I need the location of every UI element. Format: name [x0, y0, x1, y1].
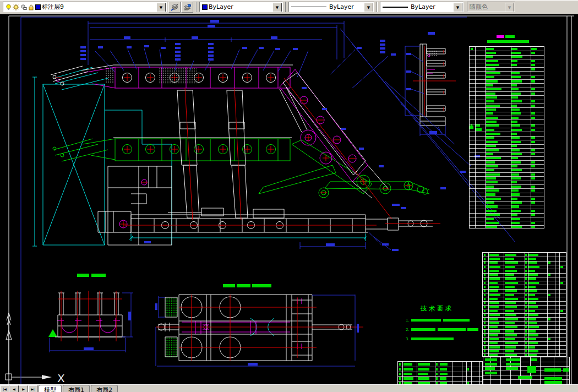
bom-cell-text	[486, 202, 495, 204]
bom-cell-text	[486, 92, 495, 95]
bom-cell-text	[489, 262, 498, 264]
bom-cell-text	[531, 68, 535, 70]
tech-requirement-text	[411, 337, 454, 340]
lineweight-combo-arrow-icon[interactable]: ▼	[453, 3, 462, 12]
bom-cell-text	[511, 153, 521, 155]
bom-cell-text	[484, 346, 486, 349]
bom-table-right	[482, 252, 566, 357]
bom-cell-text	[560, 282, 564, 284]
bom-cell-text	[467, 368, 469, 371]
bom-cell-text	[486, 210, 497, 212]
model-space-canvas[interactable]: X	[0, 0, 578, 392]
tab-nav-button-0[interactable]: |◀	[0, 385, 9, 392]
drawing-label-text	[470, 126, 473, 129]
green-hatch-block	[165, 297, 177, 317]
title-block-text	[527, 366, 536, 373]
bom-cell-text	[511, 193, 520, 195]
title-block-text	[485, 372, 497, 374]
layers-icon	[170, 3, 179, 11]
bom-cell-text	[525, 330, 527, 332]
bom-cell-text	[489, 282, 498, 284]
bom-cell-text	[486, 80, 498, 82]
bom-cell-text	[486, 181, 498, 183]
bom-cell-text	[489, 330, 500, 332]
tab-布局2[interactable]: 布局2	[91, 385, 118, 392]
bom-cell-text	[418, 363, 430, 366]
bom-cell-text	[528, 258, 536, 260]
bom-cell-text	[484, 318, 486, 320]
bom-cell-text	[486, 129, 495, 131]
bom-cell-text	[525, 298, 527, 300]
bom-cell-text	[489, 306, 499, 308]
tab-nav-button-1[interactable]: ◀	[9, 385, 19, 392]
layers-dialog-button[interactable]	[168, 2, 181, 13]
bom-cell-text	[484, 274, 486, 276]
title-block-text	[544, 377, 562, 380]
drawing-label-text	[476, 128, 482, 131]
bom-cell-text	[531, 177, 535, 179]
bom-cell-text	[505, 334, 517, 336]
bom-cell-text	[505, 274, 514, 276]
bom-cell-text	[505, 350, 515, 352]
bom-cell-text	[505, 286, 515, 288]
bom-cell-text	[418, 377, 429, 380]
layer-previous-button[interactable]	[181, 2, 193, 13]
tab-nav-button-2[interactable]: ▶	[19, 385, 28, 392]
bom-cell-text	[511, 64, 517, 66]
lineweight-combo[interactable]: ByLayer ▼	[380, 2, 464, 12]
drawing-label-text	[505, 35, 515, 38]
layer-combo-value: 标注层9	[42, 3, 64, 11]
bom-cell-text	[528, 282, 539, 284]
toolbar-separator	[196, 2, 197, 12]
bom-cell-text	[486, 105, 500, 107]
bom-cell-text	[484, 310, 486, 312]
linetype-combo[interactable]: ByLayer ▼	[288, 2, 374, 12]
bom-cell-text	[548, 274, 550, 276]
bom-cell-text	[489, 298, 498, 300]
bom-cell-text	[531, 198, 535, 200]
bom-cell-text	[486, 186, 494, 188]
tab-布局1[interactable]: 布局1	[63, 385, 90, 392]
bom-cell-text	[486, 124, 499, 127]
layer-combo-arrow-icon[interactable]: ▼	[156, 3, 166, 12]
layer-combo[interactable]: 标注层9 ▼	[3, 2, 167, 12]
color-combo-value: ByLayer	[209, 3, 233, 10]
bom-cell-text	[486, 108, 496, 111]
bom-cell-text	[525, 314, 527, 316]
bom-cell-text	[511, 157, 518, 159]
color-combo-arrow-icon[interactable]: ▼	[272, 3, 282, 12]
bom-cell-text	[486, 153, 493, 155]
title-block-text	[485, 358, 497, 361]
bom-cell-text	[511, 108, 520, 111]
color-combo[interactable]: ByLayer ▼	[199, 2, 283, 12]
bom-cell-text	[548, 338, 550, 340]
tab-nav-button-3[interactable]: ▶|	[28, 385, 37, 392]
bom-cell-text	[511, 76, 521, 78]
bom-cell-text	[489, 274, 498, 276]
bom-cell-text	[489, 294, 500, 296]
bom-cell-text	[511, 210, 521, 212]
bom-cell-text	[548, 318, 550, 320]
bom-cell-text	[486, 60, 499, 62]
bom-cell-text	[505, 318, 519, 320]
drawing-label-text	[252, 284, 271, 287]
bom-cell-text	[505, 298, 518, 300]
linetype-combo-arrow-icon[interactable]: ▼	[364, 3, 373, 12]
bom-cell-text	[525, 354, 527, 356]
bom-cell-text	[486, 177, 496, 179]
bom-cell-text	[525, 282, 527, 284]
bom-cell-text	[511, 112, 521, 115]
bom-cell-text	[399, 368, 401, 371]
bom-cell-text	[476, 124, 480, 127]
bom-cell-text	[484, 282, 486, 284]
bom-cell-text	[484, 258, 486, 260]
tech-requirement-item-number: 2.	[406, 328, 410, 332]
tab-模型[interactable]: 模型	[39, 385, 62, 392]
bom-cell-text	[486, 145, 496, 147]
datum-triangle	[48, 329, 57, 337]
bom-cell-text	[511, 173, 519, 176]
bom-table-bottom-left	[397, 361, 483, 385]
bom-cell-text	[511, 149, 520, 151]
bom-cell-text	[486, 84, 493, 86]
drawing-label-text	[91, 274, 106, 277]
